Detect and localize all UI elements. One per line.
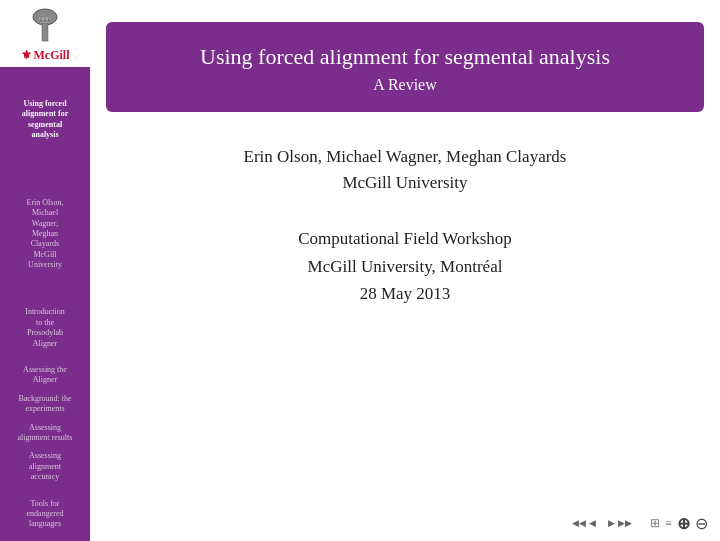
bookmark-icon[interactable]: ⊞	[650, 516, 660, 531]
authors-names: Erin Olson, Michael Wagner, Meghan Claya…	[90, 144, 720, 170]
svg-rect-1	[42, 23, 48, 41]
sidebar-item-using-forced[interactable]: Using forced alignment for segmental ana…	[4, 75, 86, 164]
menu-icon[interactable]: ≡	[665, 516, 672, 531]
next-slide-button[interactable]: ▶	[608, 518, 615, 528]
last-slide-button[interactable]: ▶▶	[618, 518, 632, 528]
main-header	[90, 0, 720, 10]
workshop-section: Computational Field Workshop McGill Univ…	[90, 225, 720, 307]
sidebar-item-introduction[interactable]: Introduction to the Prosodylab Aligner	[4, 304, 86, 352]
footer-icons: ⊞ ≡ ⊕ ⊖	[650, 514, 708, 533]
workshop-venue: McGill University, Montréal	[90, 253, 720, 280]
logo-area: ⚜ McGill	[0, 0, 90, 67]
sidebar-navigation: Using forced alignment for segmental ana…	[0, 67, 90, 541]
main-content: Using forced alignment for segmental ana…	[90, 0, 720, 541]
workshop-name: Computational Field Workshop	[90, 225, 720, 252]
shield-icon: ⚜	[21, 48, 32, 63]
presentation-title: Using forced alignment for segmental ana…	[136, 44, 674, 70]
sidebar: ⚜ McGill Using forced alignment for segm…	[0, 0, 90, 541]
mcgill-logo-image	[20, 6, 70, 46]
mcgill-text: ⚜ McGill	[21, 48, 70, 63]
zoom-in-icon[interactable]: ⊕	[677, 514, 690, 533]
prev-slide-button[interactable]: ◀	[589, 518, 596, 528]
sidebar-item-assessing-results[interactable]: Assessing alignment results	[4, 420, 86, 447]
authors-institution: McGill University	[90, 170, 720, 196]
sidebar-item-assessing[interactable]: Assessing the Aligner	[4, 362, 86, 389]
zoom-out-icon[interactable]: ⊖	[695, 514, 708, 533]
slide-navigation[interactable]: ◀◀ ◀ ▶ ▶▶	[572, 518, 632, 528]
sidebar-item-authors[interactable]: Erin Olson, Michael Wagner, Meghan Claya…	[4, 174, 86, 294]
sidebar-item-tools[interactable]: Tools for endangered languages	[4, 496, 86, 533]
sidebar-item-assessing-accuracy[interactable]: Assessing alignment accuracy	[4, 448, 86, 485]
footer-navigation: ◀◀ ◀ ▶ ▶▶ ⊞ ≡ ⊕ ⊖	[90, 505, 720, 541]
authors-section: Erin Olson, Michael Wagner, Meghan Claya…	[90, 144, 720, 195]
title-box: Using forced alignment for segmental ana…	[106, 22, 704, 112]
first-slide-button[interactable]: ◀◀	[572, 518, 586, 528]
sidebar-item-background[interactable]: Background: the experiments	[4, 391, 86, 418]
workshop-date: 28 May 2013	[90, 280, 720, 307]
presentation-subtitle: A Review	[136, 76, 674, 94]
